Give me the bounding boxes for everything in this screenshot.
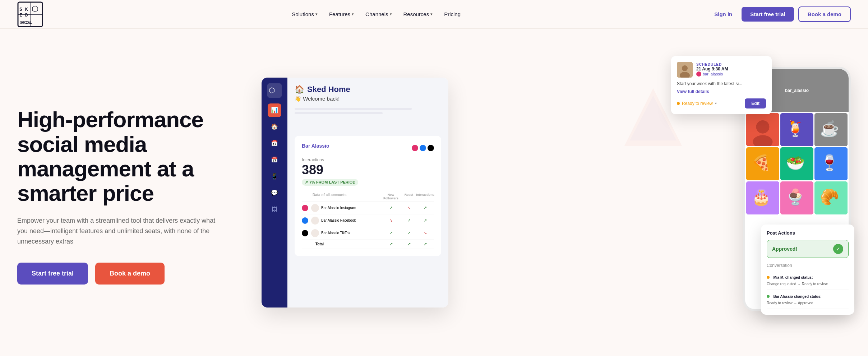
grid-item: 🎂 — [746, 181, 779, 214]
arrow-up-icon: ↗ — [305, 180, 308, 185]
nav-features[interactable]: Features ▾ — [324, 8, 359, 20]
hero-buttons: Start free trial Book a demo — [17, 263, 240, 285]
hero-start-free-trial-button[interactable]: Start free trial — [17, 263, 88, 285]
svg-text:☕: ☕ — [820, 120, 839, 138]
loading-bar — [295, 112, 383, 114]
hero-mockup: ⬡ 📊 🏠 📅 📅 📱 💬 🖼 🏠 Sked Home 👋 Welcome ba… — [262, 56, 851, 336]
grid-item: 🥗 — [780, 147, 813, 180]
sidebar-icon-analytics[interactable]: 📊 — [268, 103, 281, 117]
hero-section: High-performance social media management… — [0, 29, 868, 356]
dashboard-card: ⬡ 📊 🏠 📅 📅 📱 💬 🖼 🏠 Sked Home 👋 Welcome ba… — [262, 78, 448, 308]
svg-text:E D: E D — [19, 12, 28, 18]
post-actions-card: Post Actions Approved! ✓ Conversation Mi… — [761, 225, 854, 315]
scheduled-popup-header: SCHEDULED 21 Aug 9:30 AM bar_alassio — [677, 62, 766, 78]
sidebar-icon-chat[interactable]: 💬 — [268, 186, 281, 200]
nav-resources[interactable]: Resources ▾ — [398, 8, 438, 20]
facebook-icon — [302, 217, 308, 224]
dashboard-header: 🏠 Sked Home — [295, 85, 441, 94]
conversation-label: Conversation — [767, 263, 849, 268]
chevron-down-icon: ▾ — [390, 12, 392, 17]
dashboard-main: 🏠 Sked Home 👋 Welcome back! Bar Alassio — [287, 78, 448, 308]
dashboard-sidebar: ⬡ 📊 🏠 📅 📅 📱 💬 🖼 — [262, 78, 287, 308]
grid-item — [746, 113, 779, 146]
svg-point-12 — [682, 65, 688, 71]
nav-links: Solutions ▾ Features ▾ Channels ▾ Resour… — [287, 8, 466, 20]
table-row: Bar Alassio Facebook ↘ ↗ ↗ — [302, 214, 434, 227]
scheduled-post-image — [677, 62, 693, 78]
phone-grid: 🍹 ☕ 🍕 🥗 🍷 🎂 — [745, 112, 849, 216]
grid-item: 🍹 — [780, 113, 813, 146]
sidebar-icon-gallery[interactable]: 🖼 — [268, 203, 281, 216]
sidebar-icon-schedule[interactable]: 📅 — [268, 137, 281, 150]
nav-actions: Sign in Start free trial Book a demo — [709, 6, 851, 22]
hero-book-demo-button[interactable]: Book a demo — [95, 263, 165, 285]
analytics-header: Bar Alassio — [302, 143, 434, 153]
chevron-down-icon: ▾ — [430, 12, 433, 17]
svg-text:🎂: 🎂 — [752, 188, 771, 206]
chevron-down-icon: ▾ — [352, 12, 354, 17]
scheduled-popup-info: SCHEDULED 21 Aug 9:30 AM bar_alassio — [696, 63, 728, 77]
avatar — [311, 204, 319, 212]
hero-subtitle: Empower your team with a streamlined too… — [17, 216, 218, 246]
view-full-details-link[interactable]: View full details — [677, 89, 766, 94]
svg-text:⬡: ⬡ — [32, 4, 38, 13]
dashboard-welcome: 👋 Welcome back! — [295, 96, 441, 102]
approved-status: Approved! ✓ — [767, 240, 849, 258]
navbar: S K E D ⬡ SOCIAL Solutions ▾ Features ▾ … — [0, 0, 868, 29]
home-icon: 🏠 — [295, 85, 304, 94]
conversation-item: Bar Alassio changed status: Ready to rev… — [767, 290, 849, 309]
conversation-item: Mia M. changed status: Change requested … — [767, 271, 849, 290]
svg-text:🍷: 🍷 — [820, 154, 839, 172]
svg-text:🍹: 🍹 — [786, 120, 805, 138]
check-icon: ✓ — [833, 244, 843, 254]
grid-item: 🍨 — [780, 181, 813, 214]
edit-button[interactable]: Edit — [745, 98, 766, 108]
nav-pricing[interactable]: Pricing — [439, 8, 466, 20]
data-table: Data of all accounts New Followers React… — [302, 191, 434, 249]
scheduled-status-row: Ready to review ▾ Edit — [677, 98, 766, 108]
sidebar-icon-device[interactable]: 📱 — [268, 170, 281, 183]
table-row: Bar Alassio Instagram ↗ ↘ ↗ — [302, 202, 434, 214]
logo[interactable]: S K E D ⬡ SOCIAL — [17, 1, 43, 27]
status-dot-icon — [677, 102, 680, 105]
svg-text:S K: S K — [19, 6, 28, 12]
svg-text:🍕: 🍕 — [752, 154, 771, 172]
nav-channels[interactable]: Channels ▾ — [360, 8, 397, 20]
table-row: Bar Alassio TikTok ↗ ↗ ↘ — [302, 227, 434, 240]
table-header: Data of all accounts New Followers React… — [302, 191, 434, 202]
sidebar-icon-calendar[interactable]: 📅 — [268, 153, 281, 167]
svg-text:🥐: 🥐 — [820, 188, 839, 206]
interactions-value: 389 — [302, 162, 434, 177]
status-dot-icon — [767, 295, 770, 298]
facebook-icon — [420, 145, 426, 151]
svg-text:🥗: 🥗 — [786, 154, 805, 172]
chevron-down-icon: ▾ — [715, 101, 717, 105]
table-row-total: Total ↗ ↗ ↗ — [302, 240, 434, 249]
sidebar-icon-home[interactable]: 🏠 — [268, 120, 281, 134]
instagram-icon — [412, 145, 418, 151]
user-avatar-icon — [696, 71, 701, 77]
chevron-down-icon: ▾ — [315, 12, 318, 17]
svg-text:SOCIAL: SOCIAL — [20, 21, 32, 24]
svg-text:🍨: 🍨 — [786, 188, 805, 206]
nav-book-demo-button[interactable]: Book a demo — [798, 6, 851, 22]
tiktok-icon — [302, 230, 308, 236]
svg-point-15 — [756, 120, 770, 133]
interactions-label: Interactions — [302, 157, 434, 162]
grid-item: ☕ — [814, 113, 848, 146]
grid-item: 🍷 — [814, 147, 848, 180]
svg-text:⬡: ⬡ — [269, 86, 275, 94]
status-dot-icon — [767, 276, 770, 279]
svg-marker-8 — [630, 96, 677, 140]
signin-link[interactable]: Sign in — [709, 8, 737, 20]
nav-start-free-trial-button[interactable]: Start free trial — [742, 7, 794, 22]
hero-content: High-performance social media management… — [17, 107, 240, 284]
scheduled-user: bar_alassio — [696, 71, 728, 77]
sidebar-logo: ⬡ — [267, 83, 282, 98]
grid-item: 🥐 — [814, 181, 848, 214]
loading-bar — [295, 108, 412, 110]
analytics-title: Bar Alassio — [302, 143, 329, 149]
nav-solutions[interactable]: Solutions ▾ — [287, 8, 323, 20]
social-icons-row — [412, 145, 434, 151]
scheduled-post-text: Start your week with the latest si... — [677, 81, 766, 86]
